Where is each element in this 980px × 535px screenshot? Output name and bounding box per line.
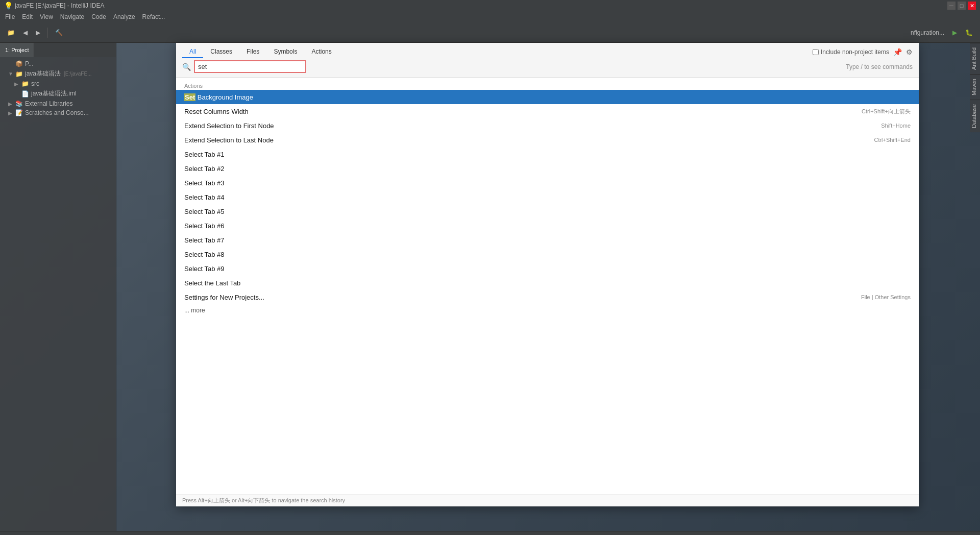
result-select-tab-5[interactable]: Select Tab #5 xyxy=(176,204,919,218)
include-checkbox-input[interactable] xyxy=(813,49,819,55)
result-text-tab4: Select Tab #4 xyxy=(184,193,225,201)
menu-edit[interactable]: Edit xyxy=(19,12,36,21)
result-text-tab6: Select Tab #6 xyxy=(184,222,225,230)
result-set-background-image[interactable]: Set Background Image xyxy=(176,90,919,104)
result-extend-first[interactable]: Extend Selection to First Node Shift+Hom… xyxy=(176,118,919,133)
result-select-tab-4[interactable]: Select Tab #4 xyxy=(176,190,919,204)
toolbar-forward[interactable]: ▶ xyxy=(33,28,43,38)
result-text-tab9: Select Tab #9 xyxy=(184,265,225,273)
more-results[interactable]: ... more xyxy=(176,304,919,317)
menu-file[interactable]: File xyxy=(2,12,18,21)
maximize-button[interactable]: □ xyxy=(958,2,966,10)
tab-classes[interactable]: Classes xyxy=(203,46,239,58)
sidebar-tab-project[interactable]: 1: Project xyxy=(0,43,34,57)
tree-item-p[interactable]: 📦 P... xyxy=(0,59,116,68)
tree-item-src[interactable]: ▶ 📁 src xyxy=(0,79,116,88)
tree-arrow-ext: ▶ xyxy=(8,101,13,107)
result-settings-new-projects[interactable]: Settings for New Projects... File | Othe… xyxy=(176,290,919,304)
menu-view[interactable]: View xyxy=(37,12,56,21)
result-text-tab3: Select Tab #3 xyxy=(184,179,225,187)
menu-refactor[interactable]: Refact... xyxy=(139,12,168,21)
scratch-icon: 📝 xyxy=(15,109,23,116)
search-everywhere-popup: All Classes Files Symbols Actions Includ… xyxy=(176,43,919,506)
tab-all[interactable]: All xyxy=(182,46,203,58)
tree-arrow-root: ▼ xyxy=(8,71,13,77)
minimize-button[interactable]: ─ xyxy=(947,2,955,10)
close-button[interactable]: ✕ xyxy=(968,2,976,10)
result-badge-settings: File | Other Settings xyxy=(861,294,911,300)
ant-build-panel[interactable]: Ant Build xyxy=(970,43,980,74)
window-title: javaFE [E:\javaFE] - IntelliJ IDEA xyxy=(15,2,104,9)
toolbar-build[interactable]: 🔨 xyxy=(52,28,66,38)
result-select-tab-8[interactable]: Select Tab #8 xyxy=(176,247,919,261)
tree-item-ext[interactable]: ▶ 📚 External Libraries xyxy=(0,99,116,108)
result-text-3: Extend Selection to Last Node xyxy=(184,136,274,144)
include-non-project-checkbox[interactable]: Include non-project items xyxy=(813,48,889,56)
search-tabs-left: All Classes Files Symbols Actions xyxy=(182,46,339,58)
tree-item-root[interactable]: ▼ 📁 java基础语法 [E:\javaFE... xyxy=(0,68,116,79)
search-icon: 🔍 xyxy=(182,63,191,71)
toolbar-project[interactable]: 📁 xyxy=(4,28,18,38)
search-input[interactable] xyxy=(194,60,306,73)
bottom-bar: 6: TODO Terminal xyxy=(0,531,980,535)
bottom-tabs: 6: TODO Terminal xyxy=(4,533,66,536)
tree-item-src-label: src xyxy=(31,80,39,87)
todo-tab[interactable]: 6: TODO xyxy=(4,533,35,536)
tree-item-path: [E:\javaFE... xyxy=(64,71,91,77)
result-shortcut-1: Ctrl+Shift+向上箭头 xyxy=(862,108,911,115)
result-text-last-tab: Select the Last Tab xyxy=(184,279,240,287)
right-panel-labels: Ant Build Maven Database xyxy=(970,43,980,531)
result-reset-columns[interactable]: Reset Columns Width Ctrl+Shift+向上箭头 xyxy=(176,104,919,118)
result-extend-last[interactable]: Extend Selection to Last Node Ctrl+Shift… xyxy=(176,133,919,147)
pin-icon[interactable]: 📌 xyxy=(893,48,902,56)
result-select-tab-2[interactable]: Select Tab #2 xyxy=(176,161,919,176)
result-item-left-1: Reset Columns Width xyxy=(184,108,249,115)
result-highlight-0: Set xyxy=(184,93,195,101)
sidebar-tab-project-label: 1: Project xyxy=(5,47,29,53)
toolbar-back[interactable]: ◀ xyxy=(20,28,31,38)
menu-navigate[interactable]: Navigate xyxy=(57,12,87,21)
tree-item-scratch[interactable]: ▶ 📝 Scratches and Conso... xyxy=(0,108,116,117)
result-select-tab-6[interactable]: Select Tab #6 xyxy=(176,218,919,233)
result-text-tab1: Select Tab #1 xyxy=(184,151,225,158)
tree-arrow-src: ▶ xyxy=(14,81,19,87)
result-text-tab5: Select Tab #5 xyxy=(184,208,225,215)
debug-button[interactable]: 🐛 xyxy=(962,28,976,38)
result-select-last-tab[interactable]: Select the Last Tab xyxy=(176,276,919,290)
tree-item-iml[interactable]: 📄 java基础语法.iml xyxy=(0,88,116,99)
main-layout: 1: Project 📦 P... ▼ 📁 java基础语法 [E:\javaF… xyxy=(0,43,980,531)
result-text-tab8: Select Tab #8 xyxy=(184,251,225,258)
actions-section-label: Actions xyxy=(176,80,919,90)
package-icon: 📦 xyxy=(15,60,23,67)
menu-bar: File Edit View Navigate Code Analyze Ref… xyxy=(0,11,980,22)
folder-icon: 📁 xyxy=(15,70,23,78)
toolbar-separator-1 xyxy=(47,28,48,38)
result-select-tab-3[interactable]: Select Tab #3 xyxy=(176,176,919,190)
tab-actions[interactable]: Actions xyxy=(304,46,338,58)
menu-code[interactable]: Code xyxy=(88,12,109,21)
toolbar-right: nfiguration... ▶ 🐛 xyxy=(908,28,976,38)
sidebar-tabs: 1: Project xyxy=(0,43,116,57)
database-panel[interactable]: Database xyxy=(970,100,980,132)
tree-item-iml-label: java基础语法.iml xyxy=(31,89,77,98)
tree-item-ext-label: External Libraries xyxy=(25,100,72,107)
result-select-tab-7[interactable]: Select Tab #7 xyxy=(176,233,919,247)
search-input-row: 🔍 Type / to see commands xyxy=(176,58,919,77)
popup-bottom-hint: Press Alt+向上箭头 or Alt+向下箭头 to navigate t… xyxy=(176,494,919,506)
tab-files[interactable]: Files xyxy=(239,46,266,58)
result-select-tab-9[interactable]: Select Tab #9 xyxy=(176,261,919,276)
run-button[interactable]: ▶ xyxy=(949,28,960,38)
search-tabs-right: Include non-project items 📌 ⚙ xyxy=(813,48,913,56)
filter-icon[interactable]: ⚙ xyxy=(906,48,913,56)
result-select-tab-1[interactable]: Select Tab #1 xyxy=(176,147,919,161)
result-item-left-2: Extend Selection to First Node xyxy=(184,122,274,130)
result-text-settings: Settings for New Projects... xyxy=(184,294,264,301)
maven-panel[interactable]: Maven xyxy=(970,74,980,100)
tab-symbols[interactable]: Symbols xyxy=(266,46,304,58)
terminal-tab[interactable]: Terminal xyxy=(37,533,66,536)
menu-analyze[interactable]: Analyze xyxy=(110,12,138,21)
sidebar: 1: Project 📦 P... ▼ 📁 java基础语法 [E:\javaF… xyxy=(0,43,116,531)
toolbar: 📁 ◀ ▶ 🔨 nfiguration... ▶ 🐛 xyxy=(0,22,980,43)
run-config-selector[interactable]: nfiguration... xyxy=(908,28,947,38)
result-item-left-3: Extend Selection to Last Node xyxy=(184,136,274,144)
